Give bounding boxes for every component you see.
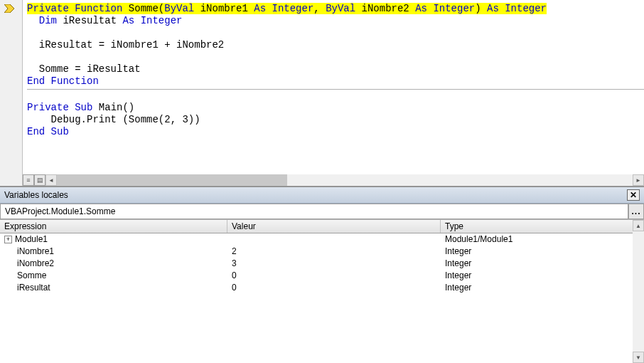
scroll-track[interactable] bbox=[57, 174, 633, 186]
cell-value: 3 bbox=[227, 258, 441, 270]
vscroll-track[interactable] bbox=[633, 231, 644, 352]
cell-type: Integer bbox=[441, 246, 644, 258]
locals-context-row: VBAProject.Module1.Somme ... bbox=[0, 204, 644, 220]
view-full-module-button[interactable]: ≡ bbox=[23, 174, 34, 186]
cell-type: Integer bbox=[441, 282, 644, 294]
cell-type: Module1/Module1 bbox=[441, 233, 644, 246]
code-body[interactable]: Private Function Somme(ByVal iNombre1 As… bbox=[23, 0, 644, 186]
expression-name: Somme bbox=[17, 270, 46, 282]
locals-window: Variables locales ✕ VBAProject.Module1.S… bbox=[0, 186, 644, 363]
locals-titlebar: Variables locales ✕ bbox=[0, 187, 644, 204]
code-gutter bbox=[0, 0, 23, 186]
svg-marker-0 bbox=[4, 4, 14, 13]
code-line-2: Dim iResultat As Integer bbox=[27, 15, 182, 26]
code-line-6: Somme = iResultat bbox=[27, 63, 141, 75]
header-value[interactable]: Valeur bbox=[227, 220, 441, 233]
code-text[interactable]: Private Function Somme(ByVal iNombre1 As… bbox=[23, 0, 644, 138]
scroll-thumb[interactable] bbox=[57, 174, 287, 186]
code-line-11: End Sub bbox=[27, 126, 69, 137]
close-icon: ✕ bbox=[630, 190, 637, 200]
expression-name: iResultat bbox=[17, 282, 50, 294]
cell-type: Integer bbox=[441, 258, 644, 270]
code-line-10: Debug.Print (Somme(2, 3)) bbox=[27, 114, 200, 125]
code-editor-pane: Private Function Somme(ByVal iNombre1 As… bbox=[0, 0, 644, 186]
table-row[interactable]: iResultat0Integer bbox=[0, 282, 644, 294]
table-row[interactable]: iNombre12Integer bbox=[0, 246, 644, 258]
cell-expression: iNombre1 bbox=[0, 246, 227, 258]
locals-grid-header: Expression Valeur Type bbox=[0, 220, 644, 233]
code-footer: ≡ ▤ ◄ ► bbox=[23, 174, 644, 186]
locals-grid: Expression Valeur Type +Module1Module1/M… bbox=[0, 220, 644, 363]
scroll-left-button[interactable]: ◄ bbox=[45, 174, 57, 186]
view-procedure-button[interactable]: ▤ bbox=[34, 174, 45, 186]
locals-title-label: Variables locales bbox=[4, 190, 68, 200]
horizontal-scrollbar[interactable]: ◄ ► bbox=[45, 174, 644, 186]
cell-value: 0 bbox=[227, 270, 441, 282]
code-line-9: Private Sub Main() bbox=[27, 102, 134, 113]
vertical-scrollbar[interactable]: ▲ ▼ bbox=[633, 220, 644, 363]
locals-context-field[interactable]: VBAProject.Module1.Somme bbox=[0, 204, 628, 219]
table-row[interactable]: Somme0Integer bbox=[0, 270, 644, 282]
breakpoint-arrow-icon[interactable] bbox=[4, 4, 14, 15]
header-expression[interactable]: Expression bbox=[0, 220, 227, 233]
cell-value bbox=[227, 233, 441, 246]
header-type[interactable]: Type bbox=[441, 220, 644, 233]
expression-name: iNombre2 bbox=[17, 258, 54, 270]
locals-grid-body[interactable]: +Module1Module1/Module1iNombre12Integeri… bbox=[0, 233, 644, 363]
expression-name: Module1 bbox=[15, 233, 48, 246]
scroll-right-button[interactable]: ► bbox=[633, 174, 644, 186]
code-line-7: End Function bbox=[27, 75, 99, 87]
cell-expression: Somme bbox=[0, 270, 227, 282]
table-row[interactable]: +Module1Module1/Module1 bbox=[0, 233, 644, 246]
table-row[interactable]: iNombre23Integer bbox=[0, 258, 644, 270]
cell-expression: +Module1 bbox=[0, 233, 227, 246]
expression-name: iNombre1 bbox=[17, 246, 54, 258]
cell-type: Integer bbox=[441, 270, 644, 282]
scroll-up-button[interactable]: ▲ bbox=[633, 220, 644, 231]
cell-expression: iNombre2 bbox=[0, 258, 227, 270]
locals-context-browse-button[interactable]: ... bbox=[628, 204, 644, 219]
expander-icon[interactable]: + bbox=[4, 236, 12, 243]
procedure-separator bbox=[27, 89, 644, 90]
close-button[interactable]: ✕ bbox=[627, 189, 640, 201]
cell-expression: iResultat bbox=[0, 282, 227, 294]
cell-value: 0 bbox=[227, 282, 441, 294]
cell-value: 2 bbox=[227, 246, 441, 258]
scroll-down-button[interactable]: ▼ bbox=[633, 352, 644, 363]
code-line-1: Private Function Somme(ByVal iNombre1 As… bbox=[27, 3, 547, 14]
code-line-4: iResultat = iNombre1 + iNombre2 bbox=[27, 39, 224, 51]
